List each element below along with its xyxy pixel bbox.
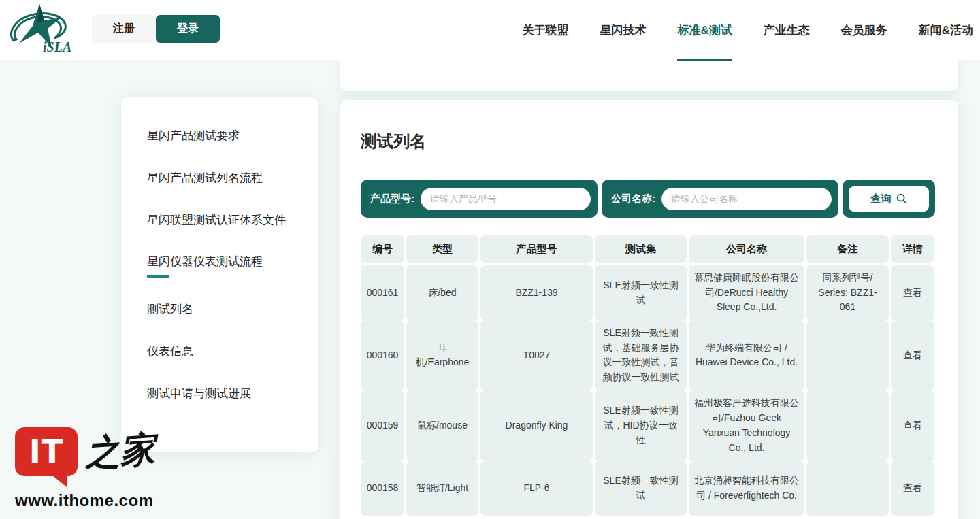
nav-item-5[interactable]: 新闻&活动 <box>919 16 973 45</box>
nav-item-4[interactable]: 会员服务 <box>841 16 887 45</box>
table-header: 编号类型产品型号测试集公司名称备注详情 <box>361 235 938 263</box>
cell-id: 000160 <box>361 320 404 390</box>
cell-model: Dragonfly King <box>480 390 593 461</box>
cell-tests: SLE射频一致性测试，HID协议一致性 <box>595 390 687 461</box>
header-cell: 编号 <box>361 235 404 263</box>
sidebar-item-6[interactable]: 测试申请与测试进展 <box>147 384 302 404</box>
query-button[interactable]: 查询 <box>849 186 929 212</box>
auth-buttons: 注册 登录 <box>92 15 220 43</box>
cell-id: 000161 <box>361 265 404 320</box>
product-model-filter: 产品型号: <box>361 180 598 218</box>
query-button-wrap: 查询 <box>843 180 935 218</box>
cell-type: 床/bed <box>406 265 478 320</box>
sidebar-item-label: 星闪产品测试要求 <box>147 126 240 146</box>
active-underline <box>147 275 169 278</box>
table-row: 000160耳机/EarphoneT0027SLE射频一致性测试，基础服务层协议… <box>361 320 938 390</box>
top-header: iSLA 注册 登录 关于联盟星闪技术标准&测试产业生态会员服务新闻&活动 <box>0 0 980 60</box>
cell-model: BZZ1-139 <box>480 265 593 320</box>
table-body: 000161床/bedBZZ1-139SLE射频一致性测试慕思健康睡眠股份有限公… <box>361 265 938 516</box>
cell-company: 福州极客严选科技有限公司/Fuzhou Geek Yanxuan Technol… <box>689 390 804 461</box>
cell-type: 耳机/Earphone <box>406 320 478 390</box>
nav-item-3[interactable]: 产业生态 <box>764 16 810 45</box>
company-name-filter: 公司名称: <box>602 180 838 218</box>
view-detail-link[interactable]: 查看 <box>891 320 934 390</box>
ithome-zhijia-text: 之家 <box>83 429 157 472</box>
cell-type: 鼠标/mouse <box>406 390 478 461</box>
cell-tests: SLE射频一致性测试 <box>595 265 687 320</box>
company-name-label: 公司名称: <box>611 192 655 205</box>
cell-note: 同系列型号/ Series: BZZ1-061 <box>806 265 889 320</box>
query-button-label: 查询 <box>871 192 892 205</box>
sidebar-item-1[interactable]: 星闪产品测试列名流程 <box>147 168 302 188</box>
view-detail-link[interactable]: 查看 <box>891 390 934 461</box>
login-button[interactable]: 登录 <box>156 15 220 43</box>
cell-tests: SLE射频一致性测试 <box>595 461 687 516</box>
header-cell: 详情 <box>891 235 934 263</box>
svg-text:iSLA: iSLA <box>43 39 71 54</box>
ithome-logo-icon: IT <box>15 427 78 476</box>
sidebar: 星闪产品测试要求星闪产品测试列名流程星闪联盟测试认证体系文件星闪仪器仪表测试流程… <box>121 97 318 452</box>
header-cell: 测试集 <box>595 235 687 263</box>
header-cell: 产品型号 <box>480 235 593 263</box>
table-row: 000158智能灯/LightFLP-6SLE射频一致性测试北京涌昶智能科技有限… <box>361 461 938 516</box>
cell-tests: SLE射频一致性测试，基础服务层协议一致性测试，音频协议一致性测试 <box>595 320 687 390</box>
sidebar-item-label: 星闪仪器仪表测试流程 <box>147 252 263 272</box>
product-model-input[interactable] <box>421 188 591 210</box>
view-detail-link[interactable]: 查看 <box>891 265 934 320</box>
cell-model: FLP-6 <box>480 461 593 516</box>
cell-note <box>806 320 889 390</box>
ithome-url: www.ithome.com <box>15 491 165 510</box>
sidebar-item-label: 测试列名 <box>147 299 193 320</box>
main-nav: 关于联盟星闪技术标准&测试产业生态会员服务新闻&活动 <box>522 0 973 60</box>
cell-id: 000159 <box>361 390 404 461</box>
cell-note <box>806 390 889 461</box>
sidebar-item-label: 仪表信息 <box>147 341 193 362</box>
sidebar-item-label: 星闪产品测试列名流程 <box>147 168 263 188</box>
table-row: 000159鼠标/mouseDragonfly KingSLE射频一致性测试，H… <box>361 390 938 461</box>
view-detail-link[interactable]: 查看 <box>891 461 934 516</box>
nav-item-0[interactable]: 关于联盟 <box>522 16 568 45</box>
sidebar-item-2[interactable]: 星闪联盟测试认证体系文件 <box>147 210 302 231</box>
sidebar-item-0[interactable]: 星闪产品测试要求 <box>147 126 302 146</box>
nav-item-1[interactable]: 星闪技术 <box>600 16 646 45</box>
search-row: 产品型号: 公司名称: 查询 <box>361 180 938 218</box>
header-cell: 公司名称 <box>689 235 804 263</box>
isla-logo-icon: iSLA <box>5 3 74 57</box>
header-cell: 类型 <box>406 235 478 263</box>
sidebar-item-3[interactable]: 星闪仪器仪表测试流程 <box>147 252 302 278</box>
test-listing-table: 编号类型产品型号测试集公司名称备注详情 000161床/bedBZZ1-139S… <box>361 235 938 516</box>
page-title: 测试列名 <box>361 131 938 152</box>
cell-note <box>806 461 889 516</box>
nav-item-2[interactable]: 标准&测试 <box>677 16 732 45</box>
content-card: 测试列名 产品型号: 公司名称: 查询 编号类型产品型号测试集公司名称备注详情 … <box>340 100 958 519</box>
cell-company: 华为终端有限公司 / Huawei Device Co., Ltd. <box>689 320 804 390</box>
header-cell: 备注 <box>806 235 889 263</box>
sidebar-item-label: 星闪联盟测试认证体系文件 <box>147 210 286 231</box>
cell-model: T0027 <box>480 320 593 390</box>
company-name-input[interactable] <box>662 188 832 210</box>
ithome-it-text: IT <box>29 433 64 470</box>
sidebar-item-4[interactable]: 测试列名 <box>147 299 302 320</box>
product-model-label: 产品型号: <box>370 192 414 205</box>
register-button[interactable]: 注册 <box>92 15 156 43</box>
sidebar-item-label: 测试申请与测试进展 <box>147 384 251 404</box>
sidebar-item-5[interactable]: 仪表信息 <box>147 341 302 362</box>
cell-company: 慕思健康睡眠股份有限公司/DeRucci Healthy Sleep Co.,L… <box>689 265 804 320</box>
cell-type: 智能灯/Light <box>406 461 478 516</box>
search-icon <box>896 193 907 204</box>
table-row: 000161床/bedBZZ1-139SLE射频一致性测试慕思健康睡眠股份有限公… <box>361 265 938 320</box>
cell-id: 000158 <box>361 461 404 516</box>
ithome-watermark: IT 之家 www.ithome.com <box>15 427 165 510</box>
cell-company: 北京涌昶智能科技有限公司 / Foreverlightech Co. <box>689 461 804 516</box>
